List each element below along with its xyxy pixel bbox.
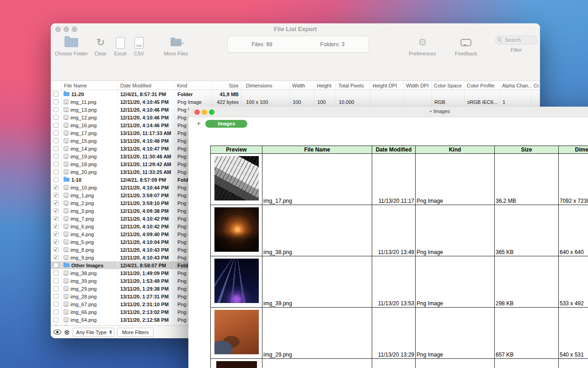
column-header[interactable]: Width xyxy=(290,81,315,90)
folders-count: Folders: 3 xyxy=(320,41,344,48)
file-name: 1-10 xyxy=(71,177,81,183)
checkbox-cell xyxy=(51,168,62,176)
row-checkbox[interactable] xyxy=(53,92,59,97)
row-checkbox[interactable]: ✓ xyxy=(53,255,59,260)
row-checkbox[interactable] xyxy=(53,123,59,128)
file-name-cell: img_1.png xyxy=(62,191,118,199)
file-name-cell: img_16.png xyxy=(62,121,118,129)
row-checkbox[interactable] xyxy=(53,309,59,314)
row-checkbox[interactable] xyxy=(53,154,59,159)
row-checkbox[interactable] xyxy=(53,263,59,268)
file-name: img_16.png xyxy=(70,123,97,128)
column-header[interactable]: File Name xyxy=(62,81,118,90)
add-sheet-icon[interactable]: + xyxy=(197,120,201,127)
preview-column-header: Size xyxy=(495,146,559,154)
image-file-icon xyxy=(64,247,69,252)
preferences-button[interactable]: ⚙ Preferences xyxy=(404,36,441,56)
column-header[interactable]: Date Modified xyxy=(118,81,175,90)
row-checkbox[interactable] xyxy=(53,138,59,143)
file-name: img_9.png xyxy=(70,255,94,260)
preview-row[interactable] xyxy=(211,359,588,368)
file-name-cell: img_5.png xyxy=(62,238,118,246)
row-checkbox[interactable] xyxy=(53,317,59,322)
column-header[interactable]: Cr... xyxy=(531,81,540,90)
row-checkbox[interactable] xyxy=(53,162,59,167)
preview-titlebar[interactable]: ▾ Images xyxy=(188,107,588,117)
date-modified-cell: 12/11/20, 4:10:44 PM xyxy=(118,184,175,191)
file-name: img_19.png xyxy=(70,154,97,159)
preview-row[interactable]: img_29.png11/13/20 13:29Png Image657 KB5… xyxy=(211,308,588,359)
preview-row[interactable]: img_38.png11/13/20 13:49Png Image365 KB6… xyxy=(211,205,588,256)
csv-export-button[interactable]: CSV CSV xyxy=(129,36,149,56)
row-checkbox[interactable] xyxy=(53,107,59,112)
checkbox-cell xyxy=(51,145,62,152)
file-name: Other Images xyxy=(71,263,103,268)
row-checkbox[interactable] xyxy=(53,177,59,182)
row-checkbox[interactable]: ✓ xyxy=(53,224,59,229)
table-row[interactable]: 11-2012/4/21, 8:57:31 PMFolder41,9 MB xyxy=(51,90,540,98)
file-name: img_3.png xyxy=(70,208,94,214)
tab-images[interactable]: Images xyxy=(205,120,247,128)
preview-kind xyxy=(416,359,495,368)
column-header[interactable]: Dimensions xyxy=(241,81,290,90)
file-name-cell: img_15.png xyxy=(62,137,118,145)
column-header[interactable]: Width DPI xyxy=(404,81,432,90)
column-header[interactable]: Color Space xyxy=(432,81,465,90)
image-file-icon xyxy=(64,200,69,206)
row-checkbox[interactable]: ✓ xyxy=(53,208,59,213)
column-header[interactable]: Height xyxy=(315,81,336,90)
row-checkbox[interactable] xyxy=(53,286,59,291)
checkbox-cell xyxy=(51,121,62,129)
column-header[interactable]: Kind xyxy=(175,81,212,90)
row-checkbox[interactable] xyxy=(53,294,59,299)
search-input[interactable] xyxy=(495,36,537,44)
minimize-button[interactable] xyxy=(202,109,207,115)
row-checkbox[interactable] xyxy=(53,169,59,174)
preview-row[interactable]: img_17.png11/13/20 11:17Png Image36,2 MB… xyxy=(211,154,588,205)
row-checkbox[interactable]: ✓ xyxy=(53,247,59,252)
clear-button[interactable]: ↻ Clear xyxy=(91,36,110,56)
row-checkbox[interactable] xyxy=(53,115,59,120)
file-name-cell: img_67.png xyxy=(62,300,118,308)
clear-filter-icon[interactable]: ⊗ xyxy=(64,329,70,336)
choose-folder-button[interactable]: Choose Folder xyxy=(53,36,90,56)
excel-export-button[interactable]: Excel xyxy=(111,36,130,56)
column-header[interactable]: Size xyxy=(212,81,241,90)
zoom-button[interactable] xyxy=(209,109,214,115)
row-checkbox[interactable]: ✓ xyxy=(53,193,59,198)
row-checkbox[interactable]: ✓ xyxy=(53,239,59,244)
column-header[interactable]: Alpha Chan... xyxy=(500,81,531,90)
row-checkbox[interactable]: ✓ xyxy=(53,232,59,237)
column-header[interactable]: Total Pixels xyxy=(336,81,370,90)
row-checkbox[interactable]: ✓ xyxy=(53,185,59,190)
file-type-value: Any File Type xyxy=(76,330,107,335)
row-checkbox[interactable] xyxy=(53,302,59,307)
image-file-icon xyxy=(64,130,69,135)
row-checkbox[interactable] xyxy=(53,278,59,283)
file-name: img_12.png xyxy=(70,115,97,120)
titlebar[interactable]: File List Export xyxy=(51,23,540,34)
sheet-disclosure[interactable]: ▾ Images xyxy=(430,108,450,114)
preview-content: PreviewFile NameDate ModifiedKindSizeDim… xyxy=(188,130,588,368)
row-checkbox[interactable] xyxy=(53,271,59,276)
preview-row[interactable]: img_39.png11/13/20 13:53Png Image298 KB5… xyxy=(211,256,588,308)
column-header[interactable]: Height DPI xyxy=(370,81,404,90)
row-checkbox[interactable]: ✓ xyxy=(53,216,59,221)
preview-cell xyxy=(211,308,262,359)
eye-icon[interactable] xyxy=(53,330,61,335)
feedback-button[interactable]: Feedback xyxy=(449,36,482,56)
image-file-icon xyxy=(64,255,69,260)
close-button[interactable] xyxy=(194,109,200,115)
row-checkbox[interactable] xyxy=(53,146,59,151)
checkbox-cell xyxy=(51,300,62,308)
row-checkbox[interactable]: ✓ xyxy=(53,200,59,206)
row-checkbox[interactable] xyxy=(53,130,59,135)
preferences-label: Preferences xyxy=(404,51,441,56)
table-row[interactable]: img_11.png12/11/20, 4:10:45 PMPng Image4… xyxy=(51,98,540,106)
move-files-button[interactable]: → Move Files xyxy=(160,36,192,56)
checkbox-cell xyxy=(51,316,62,324)
file-type-select[interactable]: Any File Type xyxy=(73,328,114,337)
more-filters-button[interactable]: More Filters xyxy=(117,328,154,337)
row-checkbox[interactable] xyxy=(53,99,59,104)
column-header[interactable]: Color Profile xyxy=(465,81,500,90)
